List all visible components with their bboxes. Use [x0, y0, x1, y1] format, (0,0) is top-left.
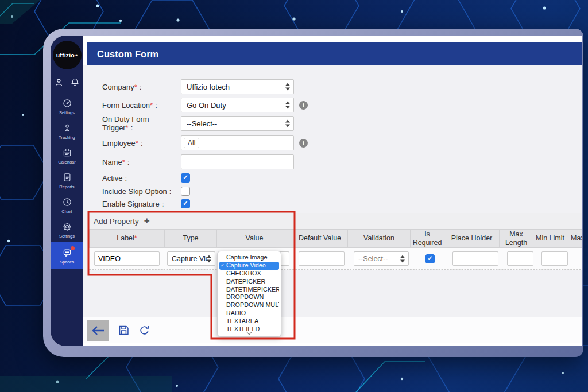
select-spinner-icon [400, 255, 405, 262]
form-location-label: Form Location*: [102, 101, 181, 110]
property-table-header: Label* Type Value Default Value Validati… [89, 229, 582, 248]
sidebar-nav: Settings Tracking Calendar [51, 94, 83, 269]
save-button[interactable] [118, 324, 130, 336]
dropdown-option[interactable]: RADIO [219, 309, 279, 317]
employee-input[interactable]: All [181, 135, 294, 150]
select-spinner-icon [285, 83, 290, 91]
enable-signature-checkbox[interactable]: ✓ [181, 199, 190, 208]
employee-tag[interactable]: All [184, 138, 199, 148]
info-icon[interactable]: i [299, 101, 308, 110]
form-row-active: Active: ✓ [102, 172, 190, 184]
include-skip-checkbox[interactable] [181, 187, 190, 196]
form-row-enable-signature: Enable Signature: ✓ [102, 198, 190, 209]
calendar-icon [62, 148, 72, 158]
form-row-company: Company*: Uffizio Iotech [102, 79, 582, 94]
property-label-input[interactable] [94, 251, 160, 266]
page-title: Custom Form [97, 49, 158, 60]
page-header: Custom Form [87, 42, 582, 65]
select-spinner-icon [285, 102, 290, 109]
spaces-icon [62, 247, 72, 258]
form-row-form-location: Form Location*: Go On Duty i [102, 98, 582, 112]
company-select[interactable]: Uffizio Iotech [181, 79, 294, 94]
type-dropdown-popup: Capture Image ✓Capture Video CHECKBOX DA… [217, 251, 281, 337]
sidebar-item-label: Settings [59, 234, 75, 239]
sidebar-item-label: Spaces [60, 259, 74, 265]
sidebar-item-spaces[interactable]: Spaces [51, 242, 83, 269]
logo-mark-icon: ✳ [75, 53, 78, 57]
refresh-button[interactable] [138, 324, 150, 336]
column-header-validation: Validation [347, 229, 411, 248]
column-header-max-limit: Max Limit [567, 229, 582, 248]
reports-icon [62, 172, 72, 183]
property-validation-select[interactable]: --Select-- [354, 251, 409, 266]
sidebar-item-settings-dashboard[interactable]: Settings [51, 94, 83, 119]
property-min-limit-input[interactable] [541, 251, 568, 266]
back-icon [91, 325, 105, 336]
column-header-place-holder: Place Holder [444, 229, 500, 248]
notification-dot [71, 246, 75, 250]
form-location-select[interactable]: Go On Duty [181, 98, 294, 112]
main-area: Custom Form Company*: Uffizio Iotech For… [83, 36, 582, 346]
form-row-include-skip: Include Skip Option: [102, 185, 190, 197]
property-default-value-input[interactable] [299, 251, 345, 266]
user-icon[interactable] [54, 77, 64, 90]
dropdown-option[interactable]: DROPDOWN MULTIPLE [219, 301, 279, 309]
active-checkbox[interactable]: ✓ [181, 173, 190, 183]
enable-signature-label: Enable Signature: [102, 200, 181, 208]
dashboard-icon [62, 98, 72, 108]
dropdown-option[interactable]: DATETIMEPICKER [219, 286, 279, 294]
info-icon[interactable]: i [299, 139, 308, 148]
on-duty-trigger-select[interactable]: --Select-- [181, 116, 294, 131]
column-header-default-value: Default Value [292, 229, 348, 248]
is-required-checkbox[interactable]: ✓ [425, 254, 435, 263]
on-duty-trigger-label: On Duty Form Trigger*: [102, 115, 181, 132]
sidebar-item-reports[interactable]: Reports [51, 168, 83, 193]
dropdown-option[interactable]: TEXTAREA [219, 317, 279, 325]
back-button[interactable] [87, 320, 109, 341]
form-row-name: Name*: [102, 154, 582, 169]
refresh-icon [138, 324, 150, 336]
sidebar-item-chart[interactable]: Chart [51, 193, 83, 218]
logo-text: uffizio [56, 52, 75, 59]
sidebar-item-settings-gear[interactable]: Settings [51, 218, 83, 242]
property-max-length-input[interactable] [507, 251, 533, 266]
uffizio-logo: uffizio✳ [53, 41, 82, 69]
app-window: uffizio✳ Settings [51, 36, 582, 346]
property-type-select[interactable]: Capture Video [167, 251, 215, 266]
sidebar-item-label: Reports [59, 184, 74, 189]
sidebar-item-tracking[interactable]: Tracking [51, 119, 83, 143]
sidebar: uffizio✳ Settings [51, 36, 83, 346]
sidebar-item-label: Settings [59, 110, 75, 115]
add-property-plus-icon[interactable]: + [144, 215, 150, 227]
column-header-is-required: Is Required [410, 229, 444, 248]
form-row-on-duty-trigger: On Duty Form Trigger*: --Select-- [102, 116, 582, 131]
screenshot-root: uffizio✳ Settings [0, 0, 588, 392]
property-table-row: Capture Video --Select-- ✓ [89, 248, 582, 270]
dropdown-option[interactable]: Capture Image [219, 254, 279, 262]
action-toolbar [83, 317, 582, 343]
column-header-max-length: Max Length [499, 229, 533, 248]
form-content: Company*: Uffizio Iotech Form Location*:… [83, 65, 582, 317]
property-placeholder-input[interactable] [452, 251, 498, 266]
company-label: Company*: [102, 83, 181, 91]
sidebar-top-icons [54, 77, 80, 90]
name-field[interactable] [181, 154, 294, 169]
gear-icon [62, 222, 72, 232]
tablet-frame: uffizio✳ Settings [43, 29, 583, 357]
select-spinner-icon [207, 255, 211, 262]
add-property-title: Add Property [94, 217, 139, 226]
sidebar-item-calendar[interactable]: Calendar [51, 143, 83, 168]
chart-icon [62, 197, 72, 207]
dropdown-option[interactable]: DATEPICKER [219, 278, 279, 286]
column-header-value: Value [216, 229, 292, 248]
dropdown-option[interactable]: DROPDOWN [219, 293, 279, 301]
tracking-icon [62, 123, 72, 133]
column-header-label: Label* [89, 229, 165, 248]
check-icon: ✓ [220, 262, 225, 270]
column-header-min-limit: Min Limit [533, 229, 567, 248]
notifications-icon[interactable] [70, 77, 80, 90]
dropdown-option[interactable]: CHECKBOX [219, 270, 279, 278]
include-skip-label: Include Skip Option: [102, 187, 181, 196]
dropdown-option-selected[interactable]: ✓Capture Video [219, 262, 279, 270]
sidebar-item-label: Calendar [58, 160, 75, 165]
